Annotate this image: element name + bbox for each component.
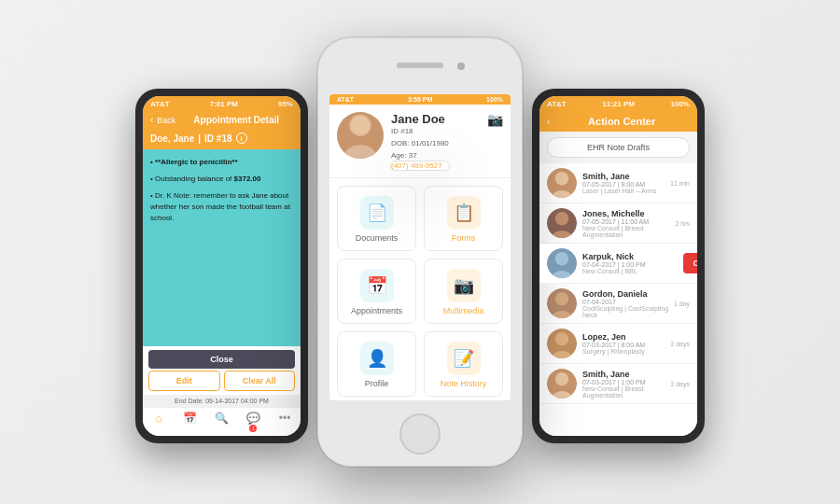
patient-row-5[interactable]: Smith, Jane 07-03-2017 | 1:00 PM New Con… xyxy=(539,364,697,404)
back-label[interactable]: Back xyxy=(157,116,175,125)
avatar-jones xyxy=(547,208,577,238)
right-phone-screen: AT&T 11:21 PM 100% ‹ Action Center EHR N… xyxy=(539,96,697,436)
row-1-name: Jones, Michelle xyxy=(582,209,675,218)
grid-forms[interactable]: 📋 Forms xyxy=(424,186,503,251)
row-1-procedure: New Consult | Breast Augmentation xyxy=(582,225,675,238)
grid-multimedia[interactable]: 📷 Multimedia xyxy=(424,259,503,324)
patient-avatar xyxy=(337,112,384,159)
patient-info: Jane Doe ID #18 DOB: 01/01/1980 Age: 37 … xyxy=(391,112,449,170)
row-3-duration: 1 day xyxy=(674,301,690,307)
nav-chat[interactable]: 💬 1 xyxy=(237,412,269,432)
back-arrow-icon[interactable]: ‹ xyxy=(150,115,153,125)
row-2-info: Karpuk, Nick 07-04-2017 | 1:00 PM New Co… xyxy=(582,252,690,274)
middle-carrier: AT&T xyxy=(337,96,354,103)
left-status-bar: AT&T 7:01 PM 95% xyxy=(143,96,301,111)
row-3-info: Gordon, Daniela 07-04-2017 CoolSculpting… xyxy=(582,289,674,318)
row-0-procedure: Laser | Laser Hair – Arms xyxy=(582,188,670,194)
clear-button[interactable]: Clear xyxy=(683,253,697,273)
right-battery: 100% xyxy=(671,100,690,108)
row-4-duration: 2 days xyxy=(670,341,690,347)
avatar-smith-0 xyxy=(547,168,577,198)
chat-badge: 1 xyxy=(249,425,257,432)
row-0-duration: 11 min xyxy=(670,180,690,187)
svg-point-5 xyxy=(555,172,568,185)
left-nav-bar: ‹ Back Appointment Detail xyxy=(143,111,301,129)
right-carrier: AT&T xyxy=(547,100,567,108)
right-phone: AT&T 11:21 PM 100% ‹ Action Center EHR N… xyxy=(532,89,705,443)
svg-point-8 xyxy=(555,212,568,225)
close-button[interactable]: Close xyxy=(148,350,295,369)
avatar-gordon xyxy=(547,288,577,318)
patient-row-3[interactable]: Gordon, Daniela 07-04-2017 CoolSculpting… xyxy=(539,284,697,324)
patient-list: Smith, Jane 07-05-2017 | 9:00 AM Laser |… xyxy=(539,163,697,436)
search-icon: 🔍 xyxy=(215,412,229,425)
separator: | xyxy=(198,133,201,144)
documents-label: Documents xyxy=(356,233,399,243)
grid-note-history[interactable]: 📝 Note History xyxy=(424,331,503,397)
row-5-name: Smith, Jane xyxy=(582,370,670,379)
svg-point-11 xyxy=(555,252,568,265)
clear-all-button[interactable]: Clear All xyxy=(224,371,296,391)
middle-phone-screen: AT&T 3:56 PM 100% Jane xyxy=(329,94,511,400)
row-4-name: Lopez, Jen xyxy=(582,332,670,342)
nav-search[interactable]: 🔍 xyxy=(206,412,238,432)
right-nav-bar: ‹ Action Center xyxy=(539,111,697,132)
note-history-label: Note History xyxy=(441,379,487,388)
patient-name: Doe, Jane xyxy=(150,133,194,144)
right-status-bar: AT&T 11:21 PM 100% xyxy=(539,96,697,111)
home-button[interactable] xyxy=(399,413,441,455)
ehr-note-button[interactable]: EHR Note Drafts xyxy=(547,137,690,158)
left-phone-screen: AT&T 7:01 PM 95% ‹ Back Appointment Deta… xyxy=(143,96,301,436)
chat-icon: 💬 xyxy=(246,412,260,425)
nav-home[interactable]: ⌂ xyxy=(143,412,175,432)
left-nav-title: Appointment Detail xyxy=(179,115,293,125)
left-carrier: AT&T xyxy=(150,100,170,108)
row-2-date: 07-04-2017 | 1:00 PM xyxy=(582,261,690,268)
svg-point-14 xyxy=(555,292,568,305)
appointments-icon: 📅 xyxy=(360,269,394,302)
avatar-smith-1 xyxy=(547,369,577,399)
forms-icon: 📋 xyxy=(447,196,481,230)
patient-row-4[interactable]: Lopez, Jen 07-03-2017 | 8:00 AM Surgery … xyxy=(539,324,697,364)
profile-label: Profile xyxy=(365,379,389,388)
right-back-button[interactable]: ‹ xyxy=(547,117,550,127)
more-icon: ••• xyxy=(279,412,291,425)
grid-profile[interactable]: 👤 Profile xyxy=(337,331,416,397)
row-3-procedure: CoolSculpting | CoolSculpting Neck xyxy=(582,305,674,318)
middle-phone: AT&T 3:56 PM 100% Jane xyxy=(317,37,523,467)
camera-icon[interactable]: 📷 xyxy=(487,112,503,127)
note-1: • **Allergic to penicillin** xyxy=(150,157,293,168)
patient-row-1[interactable]: Jones, Michelle 07-05-2017 | 11:00 AM Ne… xyxy=(539,203,697,244)
row-4-info: Lopez, Jen 07-03-2017 | 8:00 AM Surgery … xyxy=(582,332,670,355)
note-2: • Outstanding balance of $372.00 xyxy=(150,174,293,185)
calendar-icon: 📅 xyxy=(183,412,197,425)
row-1-duration: 2 hrs xyxy=(675,220,690,227)
grid-appointments[interactable]: 📅 Appointments xyxy=(337,259,416,324)
patient-phone: (407) 489-9527 xyxy=(391,161,449,170)
right-time: 11:21 PM xyxy=(602,100,635,108)
grid-documents[interactable]: 📄 Documents xyxy=(337,186,416,251)
middle-status-bar: AT&T 3:56 PM 100% xyxy=(329,94,511,105)
left-bottom-nav: ⌂ 📅 🔍 💬 1 ••• xyxy=(143,407,301,436)
patient-id: ID #18 xyxy=(204,133,231,144)
nav-calendar[interactable]: 📅 xyxy=(175,412,206,432)
end-date: End Date: 09-14-2017 04:00 PM xyxy=(143,395,301,407)
nav-more[interactable]: ••• xyxy=(269,412,301,432)
right-nav-title: Action Center xyxy=(553,116,690,127)
home-icon: ⌂ xyxy=(155,412,161,425)
row-0-date: 07-05-2017 | 9:00 AM xyxy=(582,181,670,188)
edit-button[interactable]: Edit xyxy=(148,371,220,391)
multimedia-icon: 📷 xyxy=(447,269,481,302)
phones-container: AT&T 7:01 PM 95% ‹ Back Appointment Deta… xyxy=(135,37,705,467)
patient-row-0[interactable]: Smith, Jane 07-05-2017 | 9:00 AM Laser |… xyxy=(539,163,697,203)
info-icon[interactable]: i xyxy=(236,133,247,144)
appointments-label: Appointments xyxy=(351,306,402,315)
patient-full-name: Jane Doe xyxy=(391,112,449,126)
svg-point-20 xyxy=(555,372,568,385)
left-battery: 95% xyxy=(278,100,293,108)
note-history-icon: 📝 xyxy=(447,342,481,375)
patient-row-2[interactable]: Karpuk, Nick 07-04-2017 | 1:00 PM New Co… xyxy=(539,244,697,284)
row-2-name: Karpuk, Nick xyxy=(582,252,690,261)
row-0-info: Smith, Jane 07-05-2017 | 9:00 AM Laser |… xyxy=(582,172,670,194)
svg-point-17 xyxy=(555,332,568,345)
